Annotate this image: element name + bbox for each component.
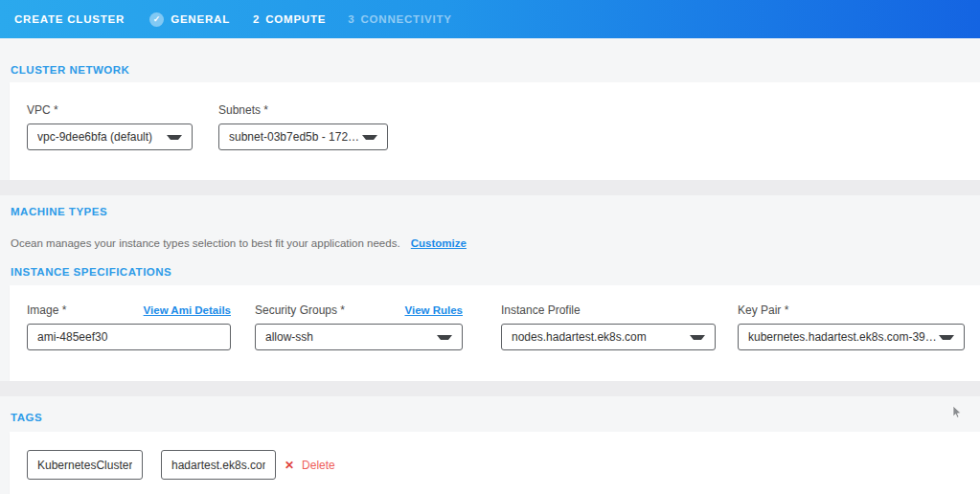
- key-pair-label: Key Pair *: [738, 304, 788, 316]
- key-pair-dropdown[interactable]: kubernetes.hadartest.ek8s.com-39:84:a5:9…: [738, 324, 965, 350]
- delete-tag-button[interactable]: ✕ Delete: [285, 450, 335, 480]
- image-input[interactable]: [27, 324, 231, 350]
- create-cluster-page: CREATE CLUSTER ✓ GENERAL 2 COMPUTE 3 CON…: [0, 0, 980, 494]
- chevron-down-icon: [437, 335, 452, 340]
- cluster-network-heading: CLUSTER NETWORK: [0, 63, 980, 77]
- subnets-field-group: Subnets * subnet-03b7ed5b - 172.31.0.0/2…: [218, 104, 388, 180]
- instance-profile-dropdown[interactable]: nodes.hadartest.ek8s.com: [501, 324, 716, 350]
- chevron-down-icon: [362, 135, 377, 140]
- instance-profile-label: Instance Profile: [501, 304, 581, 316]
- instance-specifications-card: Image * View Ami Details Security Groups…: [10, 285, 980, 381]
- tab-general[interactable]: ✓ GENERAL: [149, 12, 230, 27]
- vpc-label: VPC *: [27, 104, 58, 116]
- tab-compute[interactable]: 2 COMPUTE: [253, 13, 326, 25]
- key-pair-selected-value: kubernetes.hadartest.ek8s.com-39:84:a5:9…: [748, 330, 939, 344]
- key-pair-field-group: Key Pair * kubernetes.hadartest.ek8s.com…: [738, 304, 965, 381]
- vpc-selected-value: vpc-9dee6bfa (default): [37, 130, 152, 144]
- vpc-field-group: VPC * vpc-9dee6bfa (default): [27, 104, 193, 180]
- tag-row-key: [27, 450, 143, 480]
- chevron-down-icon: [167, 135, 182, 140]
- section-divider: [0, 180, 980, 195]
- image-field-group: Image * View Ami Details: [27, 304, 231, 381]
- tag-row-value: [161, 450, 276, 480]
- delete-tag-label: Delete: [302, 459, 335, 472]
- customize-link[interactable]: Customize: [411, 237, 467, 249]
- check-circle-icon: ✓: [149, 12, 164, 27]
- tab-compute-number: 2: [253, 13, 260, 25]
- subnets-dropdown[interactable]: subnet-03b7ed5b - 172.31.0.0/20 ...: [218, 124, 388, 150]
- tab-connectivity-number: 3: [348, 13, 354, 25]
- tab-connectivity[interactable]: 3 CONNECTIVITY: [348, 13, 451, 25]
- cluster-network-card: VPC * vpc-9dee6bfa (default) Subnets * s…: [10, 82, 980, 180]
- subnets-selected-value: subnet-03b7ed5b - 172.31.0.0/20 ...: [229, 130, 362, 144]
- tag-key-input[interactable]: [27, 450, 143, 480]
- delete-x-icon: ✕: [285, 460, 294, 471]
- wizard-title: CREATE CLUSTER: [14, 13, 125, 25]
- tab-general-label: GENERAL: [171, 13, 230, 25]
- tag-value-input[interactable]: [161, 450, 276, 480]
- security-groups-label: Security Groups *: [255, 304, 345, 316]
- tags-heading: TAGS: [0, 411, 980, 424]
- view-ami-details-link[interactable]: View Ami Details: [144, 304, 231, 316]
- chevron-down-icon: [690, 335, 705, 340]
- instance-profile-selected-value: nodes.hadartest.ek8s.com: [512, 330, 647, 344]
- tags-card: ✕ Delete: [10, 432, 980, 494]
- security-groups-field-group: Security Groups * View Rules allow-ssh: [255, 304, 463, 381]
- machine-types-heading: MACHINE TYPES: [0, 205, 980, 218]
- section-divider: [0, 381, 980, 396]
- view-rules-link[interactable]: View Rules: [404, 304, 463, 316]
- tab-connectivity-label: CONNECTIVITY: [360, 13, 451, 25]
- wizard-header: CREATE CLUSTER ✓ GENERAL 2 COMPUTE 3 CON…: [0, 0, 980, 38]
- vpc-dropdown[interactable]: vpc-9dee6bfa (default): [27, 124, 193, 150]
- tab-compute-label: COMPUTE: [265, 13, 326, 25]
- image-label: Image *: [27, 304, 66, 316]
- subnets-label: Subnets *: [218, 104, 268, 116]
- machine-types-description: Ocean manages your instance types select…: [0, 238, 980, 249]
- machine-types-description-text: Ocean manages your instance types select…: [11, 237, 400, 249]
- security-groups-dropdown[interactable]: allow-ssh: [255, 324, 463, 350]
- instance-profile-field-group: Instance Profile nodes.hadartest.ek8s.co…: [501, 304, 716, 381]
- instance-specifications-heading: INSTANCE SPECIFICATIONS: [0, 265, 980, 279]
- mouse-pointer-icon: [952, 406, 962, 418]
- chevron-down-icon: [939, 335, 954, 340]
- security-groups-selected-value: allow-ssh: [265, 330, 313, 344]
